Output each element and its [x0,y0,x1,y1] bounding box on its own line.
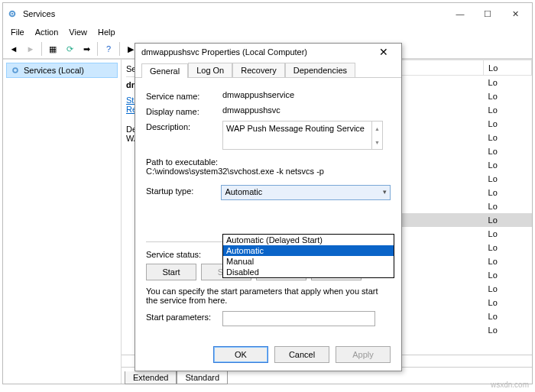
tree-item-label: Services (Local) [24,66,84,75]
start-params-label: Start parameters: [146,311,222,322]
refresh-icon[interactable]: ⟳ [62,41,77,57]
service-status-label: Service status: [146,248,222,259]
tree-pane: Services (Local) [3,60,122,384]
dialog-titlebar: dmwappushsvc Properties (Local Computer)… [135,44,401,60]
forward-icon[interactable]: ► [23,41,38,57]
svg-point-1 [11,13,14,15]
tab-logon[interactable]: Log On [188,63,232,77]
titlebar: Services — ☐ ✕ [3,3,532,24]
ok-button[interactable]: OK [213,346,268,363]
tab-standard[interactable]: Standard [177,371,228,384]
opt-disabled[interactable]: Disabled [223,267,394,277]
dialog-tabs: General Log On Recovery Dependencies [135,60,401,78]
startup-type-dropdown[interactable]: Automatic (Delayed Start) Automatic Manu… [222,234,394,278]
cancel-button[interactable]: Cancel [274,346,329,363]
dialog-close-icon[interactable]: ✕ [372,46,395,58]
desc-down-icon[interactable]: ▼ [371,135,382,149]
dialog-title: dmwappushsvc Properties (Local Computer) [141,47,372,57]
menubar: File Action View Help [3,24,532,40]
tab-extended[interactable]: Extended [125,371,177,384]
description-text: WAP Push Message Routing Service [226,124,365,133]
menu-action[interactable]: Action [31,26,63,38]
properties-dialog: dmwappushsvc Properties (Local Computer)… [135,43,402,371]
desc-up-icon[interactable]: ▲ [371,121,382,135]
opt-manual[interactable]: Manual [223,256,394,267]
menu-file[interactable]: File [6,26,29,38]
chevron-down-icon: ▾ [383,188,387,196]
menu-help[interactable]: Help [93,26,120,38]
maximize-button[interactable]: ☐ [474,5,501,23]
minimize-button[interactable]: — [446,5,474,23]
tab-general[interactable]: General [141,63,188,78]
start-params-input[interactable] [222,311,375,326]
display-name-value: dmwappushsvc [222,105,391,115]
menu-view[interactable]: View [64,26,92,38]
service-name-value: dmwappushservice [222,90,391,99]
display-name-label: Display name: [146,105,222,116]
export-icon[interactable]: ➡ [79,41,94,57]
window-title: Services [23,9,446,18]
apply-button: Apply [336,346,391,363]
description-label: Description: [146,121,222,131]
properties-icon[interactable]: ▦ [45,41,60,57]
service-name-label: Service name: [146,90,222,101]
startup-type-combo[interactable]: Automatic ▾ [221,185,391,200]
opt-automatic[interactable]: Automatic [223,245,394,256]
tree-item-services-local[interactable]: Services (Local) [6,63,118,78]
startup-type-selected: Automatic [225,187,262,196]
description-box: WAP Push Message Routing Service ▲▼ [222,121,383,150]
help-icon[interactable]: ? [101,41,116,57]
col-logon[interactable]: Lo [484,60,532,76]
svg-point-2 [13,68,18,73]
watermark: wsxdn.com [491,381,529,389]
tab-dependencies[interactable]: Dependencies [285,63,355,77]
services-icon [6,8,18,20]
close-button[interactable]: ✕ [501,5,529,23]
tab-recovery[interactable]: Recovery [232,63,284,77]
params-help-text: You can specify the start parameters tha… [146,287,391,305]
back-icon[interactable]: ◄ [6,41,21,57]
startup-type-label: Startup type: [146,185,221,196]
start-button[interactable]: Start [146,264,196,280]
gear-icon [10,65,21,76]
path-label: Path to executable: [146,157,391,167]
opt-auto-delayed[interactable]: Automatic (Delayed Start) [223,235,394,245]
path-value: C:\windows\system32\svchost.exe -k netsv… [146,167,391,176]
